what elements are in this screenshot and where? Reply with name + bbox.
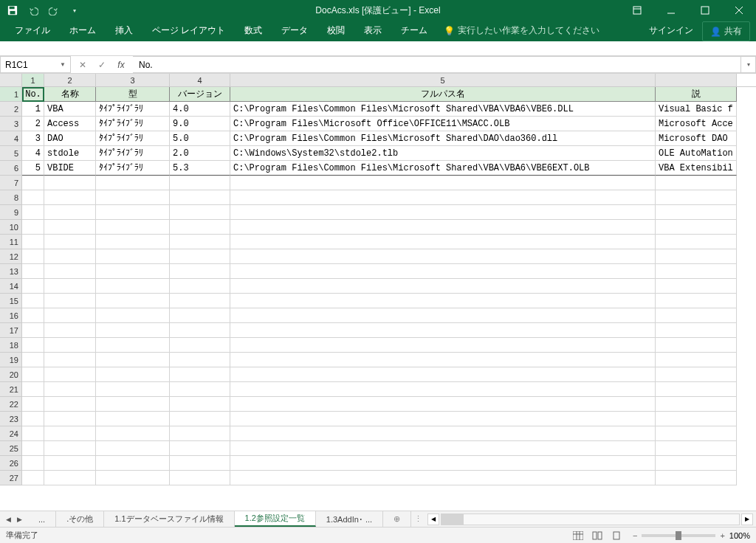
data-cell[interactable] — [170, 176, 230, 190]
header-cell[interactable]: バージョン — [170, 87, 230, 102]
data-cell[interactable] — [656, 294, 737, 308]
sheet-tab[interactable]: 1.3AddIn･ ... — [316, 511, 383, 527]
data-cell[interactable] — [170, 338, 230, 353]
data-cell[interactable] — [44, 323, 96, 338]
row-header[interactable]: 9 — [0, 205, 22, 220]
data-cell[interactable] — [22, 205, 44, 220]
tab-split-handle[interactable]: ⋮ — [411, 511, 425, 527]
tab-insert[interactable]: 挿入 — [106, 20, 142, 41]
data-cell[interactable]: 5.0 — [170, 131, 230, 146]
data-cell[interactable] — [170, 426, 230, 441]
row-header[interactable]: 25 — [0, 441, 22, 456]
data-cell[interactable] — [170, 456, 230, 471]
data-cell[interactable]: Visual Basic f — [656, 102, 737, 117]
data-cell[interactable] — [230, 279, 656, 294]
data-cell[interactable] — [230, 190, 656, 205]
data-cell[interactable] — [656, 249, 737, 264]
data-cell[interactable] — [170, 220, 230, 235]
data-cell[interactable] — [96, 323, 170, 338]
sheet-tab[interactable]: 1.1データベースファイル情報 — [104, 511, 234, 527]
data-cell[interactable] — [44, 412, 96, 426]
row-header[interactable]: 10 — [0, 220, 22, 235]
column-header[interactable]: 5 — [230, 74, 656, 86]
data-cell[interactable] — [656, 190, 737, 205]
data-cell[interactable] — [96, 220, 170, 235]
column-header[interactable]: 3 — [96, 74, 170, 86]
row-header[interactable]: 3 — [0, 117, 22, 131]
data-cell[interactable] — [22, 294, 44, 308]
data-cell[interactable]: 2.0 — [170, 146, 230, 161]
data-cell[interactable] — [22, 426, 44, 441]
data-cell[interactable] — [22, 456, 44, 471]
data-cell[interactable]: ﾀｲﾌﾟﾗｲﾌﾞﾗﾘ — [96, 146, 170, 161]
data-cell[interactable] — [656, 412, 737, 426]
data-cell[interactable] — [170, 412, 230, 426]
header-cell[interactable]: No. — [22, 87, 44, 102]
row-header[interactable]: 18 — [0, 338, 22, 353]
tab-team[interactable]: チーム — [392, 20, 436, 41]
data-cell[interactable]: VBA — [44, 102, 96, 117]
data-cell[interactable] — [22, 382, 44, 397]
tab-file[interactable]: ファイル — [6, 20, 59, 41]
data-cell[interactable]: C:\Program Files\Common Files\Microsoft … — [230, 102, 656, 117]
data-cell[interactable]: 3 — [22, 131, 44, 146]
enter-formula-button[interactable]: ✓ — [93, 60, 111, 70]
data-cell[interactable] — [22, 412, 44, 426]
expand-formula-bar-button[interactable]: ▾ — [741, 56, 756, 73]
data-cell[interactable] — [44, 382, 96, 397]
row-header[interactable]: 23 — [0, 412, 22, 426]
data-cell[interactable]: OLE AutoMation — [656, 146, 737, 161]
data-cell[interactable] — [96, 338, 170, 353]
tab-data[interactable]: データ — [272, 20, 317, 41]
sheet-nav-next-button[interactable]: ▶ — [17, 516, 22, 523]
data-cell[interactable]: C:\Windows\System32\stdole2.tlb — [230, 146, 656, 161]
data-cell[interactable] — [230, 382, 656, 397]
data-cell[interactable]: 5 — [22, 161, 44, 176]
data-cell[interactable]: 1 — [22, 102, 44, 117]
tell-me-search[interactable]: 💡 実行したい作業を入力してください — [438, 20, 605, 41]
data-cell[interactable] — [170, 279, 230, 294]
row-header[interactable]: 14 — [0, 279, 22, 294]
data-cell[interactable] — [230, 471, 656, 485]
data-cell[interactable]: Microsoft Acce — [656, 117, 737, 131]
tab-view[interactable]: 表示 — [355, 20, 391, 41]
column-header[interactable]: 2 — [44, 74, 96, 86]
data-cell[interactable] — [230, 323, 656, 338]
data-cell[interactable] — [230, 249, 656, 264]
data-cell[interactable] — [44, 338, 96, 353]
column-header[interactable]: 1 — [22, 74, 44, 86]
data-cell[interactable] — [96, 176, 170, 190]
data-cell[interactable] — [656, 220, 737, 235]
data-cell[interactable] — [230, 220, 656, 235]
data-cell[interactable] — [96, 235, 170, 249]
data-cell[interactable] — [22, 190, 44, 205]
row-header[interactable]: 21 — [0, 382, 22, 397]
hscroll-thumb[interactable] — [441, 514, 464, 525]
zoom-out-button[interactable]: − — [633, 531, 637, 540]
row-header[interactable]: 27 — [0, 471, 22, 485]
data-cell[interactable]: 4 — [22, 146, 44, 161]
data-cell[interactable] — [44, 294, 96, 308]
data-cell[interactable]: ﾀｲﾌﾟﾗｲﾌﾞﾗﾘ — [96, 161, 170, 176]
data-cell[interactable] — [230, 264, 656, 279]
data-cell[interactable] — [44, 264, 96, 279]
data-cell[interactable] — [656, 426, 737, 441]
row-header[interactable]: 13 — [0, 264, 22, 279]
data-cell[interactable]: VBA Extensibil — [656, 161, 737, 176]
minimize-button[interactable] — [654, 0, 688, 21]
data-cell[interactable]: ﾀｲﾌﾟﾗｲﾌﾞﾗﾘ — [96, 117, 170, 131]
view-page-break-button[interactable] — [608, 529, 625, 542]
data-cell[interactable] — [230, 205, 656, 220]
tab-layout[interactable]: ページ レイアウト — [143, 20, 234, 41]
close-button[interactable] — [722, 0, 756, 21]
data-cell[interactable] — [230, 235, 656, 249]
name-box[interactable]: R1C1 ▼ — [0, 56, 71, 73]
data-cell[interactable] — [230, 426, 656, 441]
sheet-nav-prev-button[interactable]: ◀ — [6, 516, 11, 523]
row-header[interactable]: 24 — [0, 426, 22, 441]
data-cell[interactable]: Access — [44, 117, 96, 131]
data-cell[interactable] — [22, 367, 44, 382]
data-cell[interactable]: DAO — [44, 131, 96, 146]
data-cell[interactable] — [170, 323, 230, 338]
data-cell[interactable] — [656, 367, 737, 382]
